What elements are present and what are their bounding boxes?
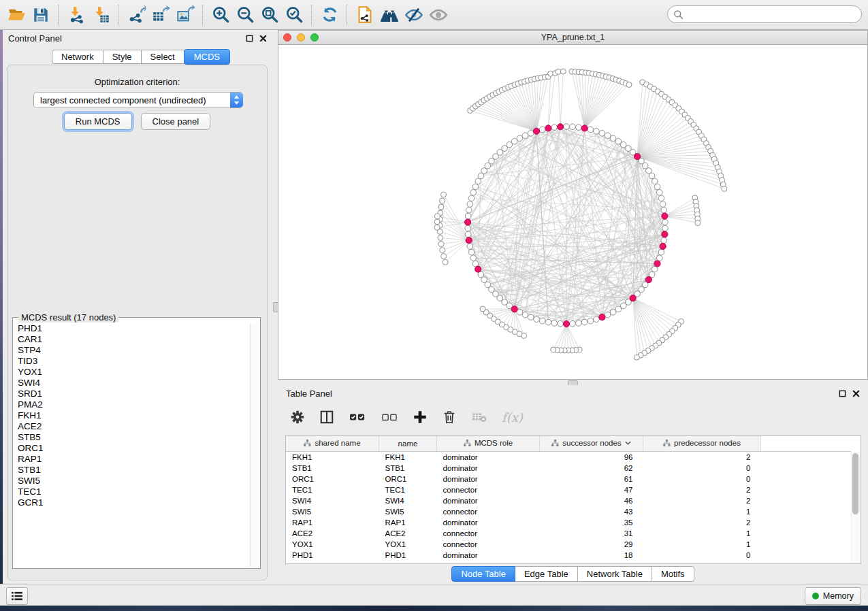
tab-node-table[interactable]: Node Table bbox=[451, 566, 515, 582]
search-field[interactable] bbox=[667, 5, 862, 23]
cell-successor-nodes[interactable]: 43 bbox=[540, 506, 643, 517]
close-panel-icon[interactable] bbox=[852, 390, 860, 397]
table-row[interactable]: YOX1YOX1connector291 bbox=[286, 539, 851, 550]
cell-successor-nodes[interactable]: 96 bbox=[540, 452, 643, 463]
close-window-icon[interactable] bbox=[283, 33, 291, 42]
show-column-icon[interactable] bbox=[319, 410, 334, 425]
table-row[interactable]: PHD1PHD1dominator180 bbox=[286, 550, 851, 561]
cell-shared-name[interactable]: SWI5 bbox=[286, 506, 379, 517]
mcds-result-item[interactable]: SWI4 bbox=[14, 378, 250, 389]
table-row[interactable]: SWI4SWI4dominator462 bbox=[286, 495, 851, 506]
cell-MCDS-role[interactable]: connector bbox=[437, 506, 540, 517]
mcds-result-list[interactable]: PHD1CAR1STP4TID3YOX1SWI4SRD1PMA2FKH1ACE2… bbox=[14, 323, 250, 567]
hide-details-icon[interactable] bbox=[403, 4, 425, 26]
import-network-icon[interactable] bbox=[65, 4, 87, 26]
export-table-icon[interactable] bbox=[150, 4, 172, 26]
cell-successor-nodes[interactable]: 61 bbox=[540, 474, 643, 484]
cell-MCDS-role[interactable]: dominator bbox=[437, 474, 540, 484]
mcds-result-item[interactable]: ACE2 bbox=[14, 421, 250, 432]
cell-MCDS-role[interactable]: dominator bbox=[437, 452, 540, 463]
cell-predecessor-nodes[interactable]: 0 bbox=[643, 550, 761, 561]
mcds-result-item[interactable]: RAP1 bbox=[14, 454, 250, 465]
cell-successor-nodes[interactable]: 31 bbox=[540, 528, 643, 539]
cell-shared-name[interactable]: YOX1 bbox=[286, 539, 379, 550]
zoom-selected-icon[interactable] bbox=[283, 4, 305, 26]
scrollbar-thumb[interactable] bbox=[852, 453, 858, 514]
horizontal-splitter[interactable] bbox=[278, 380, 868, 385]
save-session-icon[interactable] bbox=[30, 4, 52, 26]
tab-style[interactable]: Style bbox=[103, 50, 142, 64]
cell-name[interactable]: ACE2 bbox=[379, 528, 437, 539]
float-panel-icon[interactable] bbox=[246, 35, 253, 42]
mcds-result-item[interactable]: SRD1 bbox=[14, 389, 250, 399]
mcds-result-item[interactable]: YOX1 bbox=[14, 367, 250, 378]
cell-shared-name[interactable]: PHD1 bbox=[286, 550, 379, 561]
cell-name[interactable]: STB1 bbox=[379, 463, 437, 474]
tab-mcds[interactable]: MCDS bbox=[184, 49, 230, 65]
export-image-icon[interactable] bbox=[174, 4, 196, 26]
maximize-window-icon[interactable] bbox=[310, 33, 319, 42]
mcds-result-item[interactable]: STP4 bbox=[14, 345, 250, 356]
table-options-gear-icon[interactable] bbox=[290, 410, 305, 425]
mcds-result-item[interactable]: PMA2 bbox=[14, 399, 250, 410]
tab-network-table[interactable]: Network Table bbox=[578, 566, 652, 582]
cell-shared-name[interactable]: FKH1 bbox=[286, 452, 379, 463]
column-header-predecessor-nodes[interactable]: predecessor nodes bbox=[643, 436, 761, 452]
cell-name[interactable]: FKH1 bbox=[379, 452, 437, 463]
cell-MCDS-role[interactable]: connector bbox=[437, 484, 540, 495]
cell-predecessor-nodes[interactable]: 2 bbox=[643, 452, 761, 463]
cell-MCDS-role[interactable]: connector bbox=[437, 528, 540, 539]
cell-name[interactable]: SWI5 bbox=[379, 506, 437, 517]
cell-shared-name[interactable]: STB1 bbox=[286, 463, 379, 474]
show-details-icon[interactable] bbox=[428, 4, 449, 26]
cell-name[interactable]: SWI4 bbox=[379, 495, 437, 506]
column-header-MCDS-role[interactable]: MCDS role bbox=[437, 436, 540, 452]
delete-column-icon[interactable] bbox=[442, 410, 457, 425]
tab-select[interactable]: Select bbox=[142, 50, 184, 64]
tab-edge-table[interactable]: Edge Table bbox=[515, 566, 578, 582]
table-row[interactable]: RAP1RAP1dominator352 bbox=[286, 517, 851, 528]
open-file-icon[interactable] bbox=[5, 4, 27, 26]
export-network-icon[interactable] bbox=[125, 4, 147, 26]
search-input[interactable] bbox=[684, 9, 861, 20]
vertical-splitter[interactable] bbox=[272, 30, 278, 584]
table-header[interactable]: shared namenameMCDS rolesuccessor nodesp… bbox=[286, 436, 851, 452]
cell-successor-nodes[interactable]: 29 bbox=[540, 539, 643, 550]
table-row[interactable]: STB1STB1dominator620 bbox=[286, 463, 851, 474]
share-document-icon[interactable] bbox=[354, 4, 376, 26]
cell-successor-nodes[interactable]: 18 bbox=[540, 550, 643, 561]
zoom-out-icon[interactable] bbox=[234, 4, 256, 26]
unselect-all-columns-icon[interactable] bbox=[381, 410, 398, 425]
cell-shared-name[interactable]: TEC1 bbox=[286, 484, 379, 495]
mcds-result-item[interactable]: CAR1 bbox=[14, 334, 250, 345]
zoom-fit-icon[interactable] bbox=[259, 4, 280, 26]
mcds-result-scrollbar[interactable] bbox=[250, 323, 259, 567]
table-row[interactable]: SWI5SWI5connector431 bbox=[286, 506, 851, 517]
cell-name[interactable]: ORC1 bbox=[379, 474, 437, 484]
run-mcds-button[interactable]: Run MCDS bbox=[64, 113, 132, 130]
select-all-columns-icon[interactable] bbox=[349, 410, 366, 425]
network-canvas[interactable] bbox=[278, 45, 867, 379]
cell-name[interactable]: YOX1 bbox=[379, 539, 437, 550]
cell-predecessor-nodes[interactable]: 1 bbox=[643, 506, 761, 517]
add-column-icon[interactable] bbox=[413, 410, 428, 425]
cell-predecessor-nodes[interactable]: 2 bbox=[643, 484, 761, 495]
table-row[interactable]: ACE2ACE2connector311 bbox=[286, 528, 851, 539]
cell-MCDS-role[interactable]: dominator bbox=[437, 517, 540, 528]
mcds-result-item[interactable]: FKH1 bbox=[14, 410, 250, 421]
mcds-result-item[interactable]: ORC1 bbox=[14, 443, 250, 454]
cell-shared-name[interactable]: ORC1 bbox=[286, 474, 379, 484]
table-row[interactable]: ORC1ORC1dominator610 bbox=[286, 474, 851, 484]
cell-predecessor-nodes[interactable]: 1 bbox=[643, 539, 761, 550]
memory-button[interactable]: Memory bbox=[805, 587, 861, 605]
cell-successor-nodes[interactable]: 46 bbox=[540, 495, 643, 506]
float-panel-icon[interactable] bbox=[839, 390, 846, 397]
cell-name[interactable]: PHD1 bbox=[379, 550, 437, 561]
cell-predecessor-nodes[interactable]: 2 bbox=[643, 517, 761, 528]
tab-network[interactable]: Network bbox=[52, 50, 103, 64]
close-panel-icon[interactable] bbox=[259, 35, 267, 42]
mcds-result-item[interactable]: STB1 bbox=[14, 465, 250, 476]
cell-successor-nodes[interactable]: 47 bbox=[540, 484, 643, 495]
node-table[interactable]: shared namenameMCDS rolesuccessor nodesp… bbox=[285, 435, 861, 564]
column-header-shared-name[interactable]: shared name bbox=[286, 436, 379, 452]
